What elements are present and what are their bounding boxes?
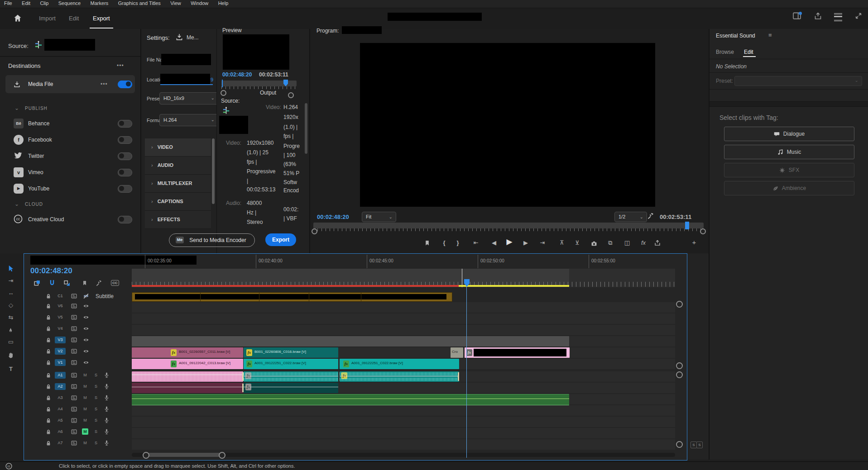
creative-cloud-toggle[interactable] xyxy=(118,216,132,223)
go-to-out-icon[interactable]: ⇥ xyxy=(539,239,546,247)
pen-tool-icon[interactable] xyxy=(8,328,14,333)
preview-info-scrollbar[interactable] xyxy=(305,103,307,154)
settings-scrollbar[interactable] xyxy=(212,138,215,204)
menu-clip[interactable]: Clip xyxy=(36,0,53,6)
clip-a1-1[interactable] xyxy=(132,371,243,382)
section-effects[interactable]: ›EFFECTS xyxy=(145,211,211,229)
go-to-in-icon[interactable]: ⇤ xyxy=(472,239,480,247)
solo-button[interactable]: S xyxy=(93,394,99,401)
linked-selection-icon[interactable] xyxy=(64,280,70,286)
lift-icon[interactable]: ⊼ xyxy=(558,239,566,247)
tab-export[interactable]: Export xyxy=(93,15,110,22)
menu-edit[interactable]: Edit xyxy=(18,0,34,6)
mic-icon[interactable] xyxy=(104,383,110,389)
global-fx-mute-icon[interactable]: fx xyxy=(640,239,647,247)
track-meter-icon[interactable] xyxy=(71,314,77,320)
preview-scrubber-left-knob[interactable] xyxy=(221,90,226,96)
facebook-toggle[interactable] xyxy=(118,136,132,144)
mute-button-active[interactable]: M xyxy=(82,428,88,435)
panel-menu-icon[interactable]: ≡ xyxy=(768,32,772,38)
section-captions[interactable]: ›CAPTIONS xyxy=(145,193,211,211)
track-meter-icon[interactable] xyxy=(71,395,77,401)
hand-tool-icon[interactable] xyxy=(8,352,14,358)
track-lane-v5[interactable] xyxy=(132,313,675,324)
timeline-hscrollbar-thumb[interactable] xyxy=(144,453,224,457)
lock-icon[interactable] xyxy=(46,304,51,309)
menu-window[interactable]: Window xyxy=(187,0,212,6)
track-meter-icon[interactable] xyxy=(71,429,77,435)
track-lane-a5[interactable] xyxy=(132,417,675,427)
tab-edit-es[interactable]: Edit xyxy=(744,49,753,55)
program-playhead[interactable] xyxy=(685,222,689,229)
program-scrubber[interactable] xyxy=(313,223,704,228)
razor-tool-icon[interactable]: ◇ xyxy=(5,300,17,310)
tab-import[interactable]: Import xyxy=(39,15,56,22)
track-name-v2[interactable]: V2 xyxy=(55,348,66,355)
extract-icon[interactable]: ⊻ xyxy=(574,239,581,247)
menu-sequence[interactable]: Sequence xyxy=(54,0,85,6)
section-multiplexer[interactable]: ›MULTIPLEXER xyxy=(145,175,211,193)
track-select-tool-icon[interactable]: ⇥ xyxy=(5,276,17,286)
comparison-view-icon[interactable]: ◫ xyxy=(623,239,631,247)
trim-handle[interactable] xyxy=(242,372,244,381)
program-playback-resolution-dropdown[interactable]: 1/2 ⌄ xyxy=(614,212,647,222)
lock-icon[interactable] xyxy=(46,294,51,299)
track-name-v4[interactable]: V4 xyxy=(55,325,66,332)
cloud-chevron-icon[interactable]: ⌄ xyxy=(14,201,19,207)
youtube-toggle[interactable] xyxy=(118,185,132,193)
track-lane-a6[interactable] xyxy=(132,428,675,438)
eye-icon[interactable] xyxy=(83,337,89,343)
clip-a2-2[interactable]: fx xyxy=(244,383,338,393)
play-icon[interactable]: ▶ xyxy=(506,238,513,246)
lock-icon[interactable] xyxy=(46,326,51,332)
lock-icon[interactable] xyxy=(46,395,51,401)
workspaces-menu-icon[interactable] xyxy=(834,13,842,21)
slip-tool-icon[interactable]: ⇆ xyxy=(5,313,17,323)
track-meter-icon[interactable] xyxy=(71,418,77,423)
clip-v1-1[interactable]: fx A001_09122042_C013.braw [V] xyxy=(132,359,243,369)
tag-ambience-button[interactable]: Ambience xyxy=(724,181,854,195)
selection-tool-icon[interactable] xyxy=(7,265,14,272)
twitter-toggle[interactable] xyxy=(118,152,132,160)
rectangle-tool-icon[interactable]: ▭ xyxy=(5,337,17,347)
mute-button[interactable]: M xyxy=(82,406,88,412)
track-name-a6[interactable]: A6 xyxy=(55,428,66,435)
captions-display-icon[interactable]: CC xyxy=(111,280,119,286)
track-name-v1[interactable]: V1 xyxy=(55,359,66,366)
tag-dialogue-button[interactable]: Dialogue xyxy=(724,127,854,141)
track-meter-icon[interactable] xyxy=(71,372,77,378)
mark-in-icon[interactable]: { xyxy=(441,239,448,247)
solo-button[interactable]: S xyxy=(93,428,99,435)
menu-markers[interactable]: Markers xyxy=(86,0,113,6)
redacted-location-link[interactable] xyxy=(160,74,210,84)
program-scrubber-right-knob[interactable] xyxy=(700,228,706,234)
track-meter-icon[interactable] xyxy=(71,303,77,309)
eye-off-icon[interactable] xyxy=(83,293,89,299)
add-marker-icon[interactable] xyxy=(82,280,87,286)
timeline-playhead-line[interactable] xyxy=(466,287,467,458)
timeline-settings-wrench-icon[interactable] xyxy=(96,280,102,286)
lock-icon[interactable] xyxy=(46,360,51,366)
hscrollbar-right-knob[interactable] xyxy=(219,452,225,459)
mute-button[interactable]: M xyxy=(82,383,88,389)
mic-icon[interactable] xyxy=(104,417,110,423)
lock-icon[interactable] xyxy=(46,337,51,343)
tab-browse[interactable]: Browse xyxy=(716,49,734,55)
step-forward-icon[interactable]: ▶ xyxy=(522,239,529,247)
menu-help[interactable]: Help xyxy=(214,0,233,6)
clip-v2-3[interactable]: fx xyxy=(465,347,570,358)
mic-icon[interactable] xyxy=(104,428,110,435)
tab-edit[interactable]: Edit xyxy=(69,15,79,22)
mark-out-icon[interactable]: } xyxy=(454,239,461,247)
destinations-more-icon[interactable]: ••• xyxy=(117,62,124,69)
clip-v2-1[interactable]: fx B001_02260557_C011.braw [V] xyxy=(132,347,243,358)
program-scrubber-left-knob[interactable] xyxy=(312,228,317,234)
eye-icon[interactable] xyxy=(83,303,89,309)
mic-icon[interactable] xyxy=(104,406,110,412)
export-media-icon[interactable] xyxy=(654,240,661,246)
solo-button[interactable]: S xyxy=(93,406,99,412)
eye-icon[interactable] xyxy=(83,314,89,320)
tag-sfx-button[interactable]: SFX xyxy=(724,163,854,177)
section-audio[interactable]: ›AUDIO xyxy=(145,157,211,175)
lock-icon[interactable] xyxy=(46,315,51,320)
